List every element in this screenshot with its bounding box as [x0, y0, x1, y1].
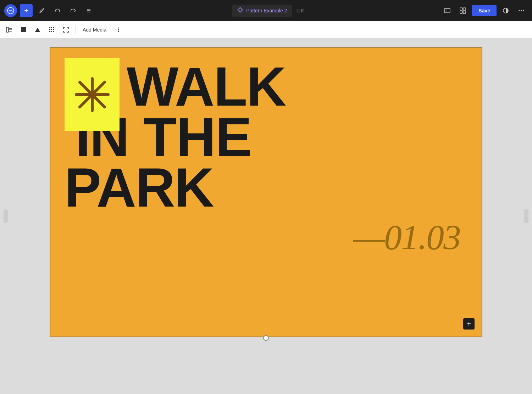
- svg-rect-8: [460, 11, 462, 13]
- topbar-right-actions: Save: [441, 4, 528, 17]
- heading-line3: PARK: [65, 163, 467, 213]
- date-text[interactable]: —01.03: [65, 217, 467, 258]
- add-block-canvas-button[interactable]: +: [463, 318, 475, 330]
- svg-rect-7: [463, 8, 466, 10]
- svg-rect-6: [460, 8, 462, 10]
- svg-rect-27: [51, 31, 52, 32]
- svg-rect-21: [51, 27, 52, 28]
- pattern-title-text: Pattern Example 2: [246, 8, 287, 13]
- svg-rect-25: [53, 29, 54, 30]
- svg-point-29: [118, 27, 119, 28]
- wp-logo[interactable]: [4, 4, 17, 17]
- triangle-tool-button[interactable]: [31, 23, 44, 36]
- grid-tool-button[interactable]: [45, 23, 58, 36]
- add-media-button[interactable]: Add Media: [78, 25, 111, 35]
- svg-point-12: [521, 10, 522, 11]
- more-options-button[interactable]: [515, 4, 528, 17]
- title-center-area: Pattern Example 2 ⌘K: [98, 5, 438, 17]
- block-more-button[interactable]: [112, 23, 125, 36]
- toolbar-divider: [75, 26, 76, 34]
- block-navigation-button[interactable]: [3, 23, 16, 36]
- heading-line2: IN THE: [75, 112, 467, 163]
- canvas-area: WALK IN THE PARK —01.03 +: [0, 38, 532, 394]
- svg-point-13: [523, 10, 524, 11]
- shortcut-hint: ⌘K: [296, 8, 304, 13]
- svg-rect-9: [463, 11, 466, 13]
- svg-rect-18: [21, 27, 26, 32]
- pen-tool-button[interactable]: [35, 4, 48, 17]
- svg-rect-24: [51, 29, 52, 30]
- undo-button[interactable]: [51, 4, 64, 17]
- svg-point-11: [519, 10, 520, 11]
- fullscreen-tool-button[interactable]: [60, 23, 72, 36]
- redo-button[interactable]: [67, 4, 79, 17]
- svg-rect-28: [53, 31, 54, 32]
- svg-rect-20: [49, 27, 50, 28]
- view-toggle-button[interactable]: [441, 4, 454, 17]
- layout-button[interactable]: [456, 4, 469, 17]
- svg-rect-14: [6, 27, 9, 32]
- star-decorative-block[interactable]: [65, 58, 120, 131]
- pattern-title-button[interactable]: Pattern Example 2: [232, 5, 292, 17]
- resize-handle-right[interactable]: [524, 209, 528, 223]
- add-block-button[interactable]: +: [20, 4, 33, 17]
- list-view-button[interactable]: [82, 4, 95, 17]
- main-heading[interactable]: WALK IN THE PARK: [65, 62, 467, 213]
- svg-rect-23: [49, 29, 50, 30]
- heading-line1: WALK: [127, 62, 467, 112]
- svg-point-30: [118, 29, 119, 30]
- square-tool-button[interactable]: [17, 23, 30, 36]
- svg-point-31: [118, 31, 119, 32]
- svg-rect-4: [444, 9, 450, 13]
- pattern-diamond-icon: [237, 7, 243, 15]
- save-button[interactable]: Save: [472, 5, 497, 16]
- contrast-button[interactable]: [499, 4, 512, 17]
- svg-marker-19: [35, 28, 40, 32]
- canvas-block: WALK IN THE PARK —01.03 +: [50, 47, 482, 337]
- top-toolbar: + Pattern Example 2 ⌘K Save: [0, 0, 532, 21]
- resize-handle-bottom[interactable]: [263, 335, 269, 341]
- svg-rect-22: [53, 27, 54, 28]
- resize-handle-left[interactable]: [4, 209, 8, 223]
- svg-rect-26: [49, 31, 50, 32]
- star-icon: [74, 77, 110, 112]
- secondary-toolbar: Add Media: [0, 21, 532, 38]
